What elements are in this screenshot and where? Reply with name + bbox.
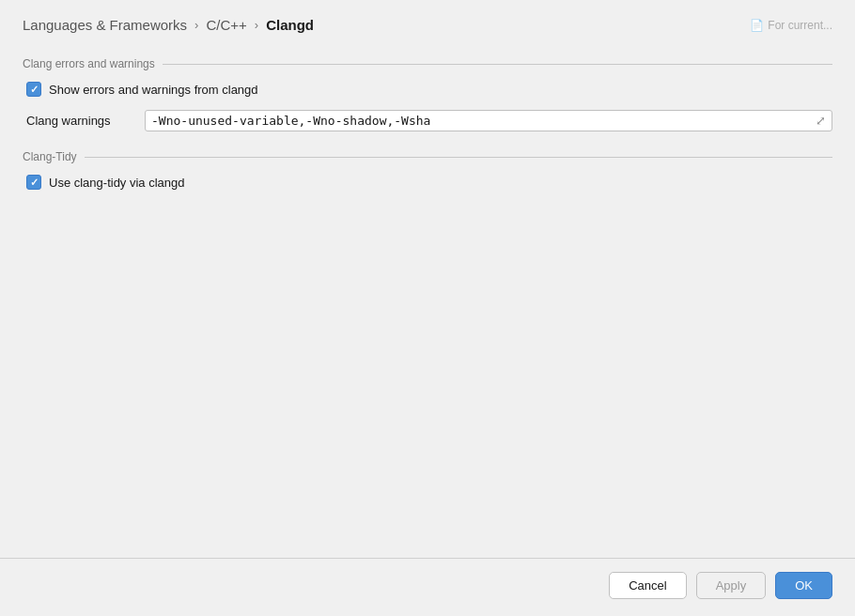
breadcrumb-part1: Languages & Frameworks bbox=[23, 17, 187, 33]
clang-warnings-label: Clang warnings bbox=[26, 114, 130, 128]
breadcrumb-sep1: › bbox=[194, 18, 198, 32]
section-divider-clang-tidy bbox=[85, 157, 832, 158]
section-divider-clang-errors bbox=[163, 64, 832, 65]
show-errors-label: Show errors and warnings from clangd bbox=[49, 83, 258, 97]
clang-warnings-input[interactable] bbox=[151, 114, 812, 128]
section-title-clang-tidy: Clang-Tidy bbox=[23, 150, 77, 163]
section-header-clang-errors: Clang errors and warnings bbox=[23, 57, 832, 70]
header: Languages & Frameworks › C/C++ › Clangd … bbox=[0, 0, 855, 42]
checkmark-icon-2: ✓ bbox=[30, 177, 39, 188]
expand-icon[interactable]: ⤢ bbox=[816, 114, 826, 128]
dialog: Languages & Frameworks › C/C++ › Clangd … bbox=[0, 0, 855, 616]
show-errors-row: ✓ Show errors and warnings from clangd bbox=[26, 82, 832, 97]
show-errors-checkbox[interactable]: ✓ bbox=[26, 82, 41, 97]
breadcrumb-sep2: › bbox=[255, 18, 258, 32]
cancel-button[interactable]: Cancel bbox=[609, 572, 686, 599]
clang-warnings-row: Clang warnings ⤢ bbox=[26, 110, 832, 131]
use-clang-tidy-label: Use clang-tidy via clangd bbox=[49, 176, 185, 190]
ok-button[interactable]: OK bbox=[775, 572, 832, 599]
footer: Cancel Apply OK bbox=[0, 558, 855, 616]
use-clang-tidy-row: ✓ Use clang-tidy via clangd bbox=[26, 175, 832, 190]
section-title-clang-errors: Clang errors and warnings bbox=[23, 57, 155, 70]
section-header-clang-tidy: Clang-Tidy bbox=[23, 150, 832, 163]
for-current-label[interactable]: 📄 For current... bbox=[750, 19, 832, 32]
apply-button[interactable]: Apply bbox=[696, 572, 767, 599]
use-clang-tidy-checkbox[interactable]: ✓ bbox=[26, 175, 41, 190]
for-current-text: For current... bbox=[768, 19, 832, 32]
checkmark-icon: ✓ bbox=[30, 85, 39, 95]
breadcrumb-part3: Clangd bbox=[266, 17, 314, 33]
clang-warnings-input-wrap: ⤢ bbox=[145, 110, 832, 131]
content-area: Clang errors and warnings ✓ Show errors … bbox=[0, 42, 855, 558]
document-icon: 📄 bbox=[750, 19, 764, 32]
breadcrumb: Languages & Frameworks › C/C++ › Clangd bbox=[23, 17, 314, 33]
breadcrumb-part2: C/C++ bbox=[206, 17, 246, 33]
